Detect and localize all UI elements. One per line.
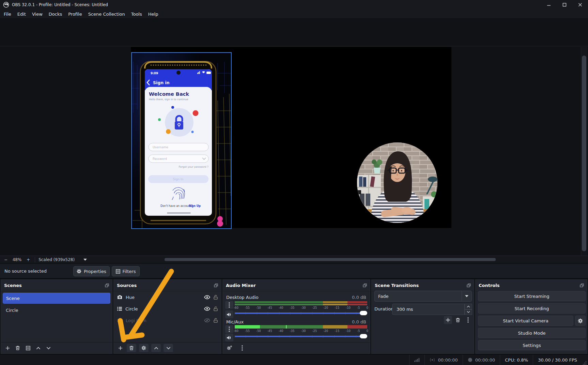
- duration-value: 300 ms: [397, 307, 413, 312]
- dock-popout-icon[interactable]: [580, 284, 584, 287]
- mute-speaker-button[interactable]: [225, 310, 233, 318]
- desktop-audio-volume-slider[interactable]: [235, 311, 367, 316]
- forgot-password-link[interactable]: Forgot your password ?: [179, 165, 208, 168]
- scene-filters-button[interactable]: [24, 344, 32, 352]
- trash-icon: [129, 346, 134, 350]
- list-icon: [117, 307, 122, 311]
- menu-file[interactable]: File: [1, 10, 14, 19]
- camera-icon: [117, 318, 122, 322]
- slider-handle[interactable]: [360, 334, 367, 338]
- dropdown-arrow[interactable]: [462, 291, 471, 301]
- source-row-logi-cam[interactable]: Logi Cam: [114, 315, 221, 326]
- password-placeholder: Password: [153, 157, 167, 161]
- source-name: Logi Cam: [126, 318, 201, 323]
- add-transition-button[interactable]: [444, 316, 452, 324]
- camera-icon: [117, 295, 122, 299]
- menu-help[interactable]: Help: [145, 10, 161, 19]
- dock-popout-icon[interactable]: [214, 284, 218, 287]
- virtual-camera-config-button[interactable]: [575, 316, 586, 326]
- mute-speaker-button[interactable]: [225, 334, 233, 341]
- move-source-up-button[interactable]: [151, 344, 161, 352]
- mic-aux-volume-slider[interactable]: [235, 334, 367, 339]
- advanced-audio-properties-button[interactable]: [226, 344, 233, 352]
- gear-icon: [141, 346, 146, 350]
- add-source-button[interactable]: [117, 344, 124, 352]
- settings-button[interactable]: Settings: [478, 340, 586, 350]
- minimize-button[interactable]: [541, 0, 557, 10]
- transition-select[interactable]: Fade: [374, 291, 472, 302]
- source-row-hue[interactable]: Hue: [114, 291, 221, 303]
- phone-video-source[interactable]: 9:09 Sign in Welcome Back Hello there, s…: [131, 52, 232, 229]
- zoom-in-button[interactable]: +: [25, 257, 32, 262]
- maximize-button[interactable]: [557, 0, 572, 10]
- scene-transitions-panel: Scene Transitions Fade Duration 300 ms: [371, 279, 474, 354]
- close-button[interactable]: [572, 0, 588, 10]
- duration-input[interactable]: 300 ms: [392, 304, 465, 315]
- move-scene-down-button[interactable]: [45, 344, 52, 352]
- dock-popout-icon[interactable]: [363, 284, 367, 287]
- scene-row-label: Scene: [6, 296, 20, 301]
- db-tick-label: -20: [323, 329, 328, 333]
- sign-up-link[interactable]: Sign Up: [189, 204, 201, 208]
- menu-scene-collection[interactable]: Scene Collection: [85, 10, 128, 19]
- zoom-out-button[interactable]: −: [2, 257, 10, 262]
- slider-handle[interactable]: [360, 311, 367, 315]
- add-scene-button[interactable]: [4, 344, 11, 352]
- move-source-down-button[interactable]: [164, 344, 173, 352]
- remove-source-button[interactable]: [127, 344, 136, 352]
- lock-icon[interactable]: [214, 295, 218, 300]
- move-scene-up-button[interactable]: [34, 344, 42, 352]
- duration-increase-button[interactable]: [465, 304, 472, 309]
- db-tick-label: -35: [290, 329, 295, 333]
- zoom-level: 48%: [12, 257, 22, 262]
- menu-edit[interactable]: Edit: [14, 10, 29, 19]
- visibility-eye-icon[interactable]: [204, 295, 210, 299]
- settings-label: Settings: [523, 343, 541, 348]
- menu-profile[interactable]: Profile: [65, 10, 85, 19]
- webcam-circle-source[interactable]: [357, 142, 437, 223]
- transition-selected-value: Fade: [375, 294, 462, 299]
- start-recording-button[interactable]: Start Recording: [478, 303, 586, 314]
- scene-row-scene[interactable]: Scene: [3, 293, 110, 304]
- start-virtual-camera-button[interactable]: Start Virtual Camera: [478, 316, 573, 326]
- menu-tools[interactable]: Tools: [128, 10, 145, 19]
- db-tick-label: -55: [245, 329, 250, 333]
- menu-view[interactable]: View: [29, 10, 46, 19]
- source-row-circle[interactable]: Circle: [114, 303, 221, 315]
- channel-menu-button[interactable]: [225, 301, 233, 309]
- sources-panel-title: Sources: [117, 283, 137, 288]
- minimize-icon: [547, 3, 551, 7]
- resize-grip[interactable]: [583, 361, 587, 365]
- studio-mode-button[interactable]: Studio Mode: [478, 328, 586, 338]
- lock-icon[interactable]: [214, 306, 218, 311]
- dock-popout-icon[interactable]: [467, 284, 471, 287]
- lock-icon[interactable]: [214, 318, 218, 323]
- db-scale: -60-55-50-45-40-35-30-25-20-15-10-50: [234, 306, 368, 309]
- scale-dropdown[interactable]: Scaled (939x528): [38, 257, 75, 262]
- chevron-down-icon: [465, 295, 468, 297]
- duration-decrease-button[interactable]: [465, 309, 472, 315]
- preview-vertical-scrollbar-handle[interactable]: [582, 56, 586, 251]
- divider: [35, 257, 35, 262]
- preview-horizontal-scrollbar-handle[interactable]: [165, 258, 496, 261]
- plus-icon: [446, 318, 450, 322]
- scale-dropdown-arrow-icon[interactable]: [83, 259, 87, 261]
- plus-icon: [118, 346, 123, 350]
- channel-menu-button[interactable]: [225, 325, 233, 333]
- source-properties-button[interactable]: [139, 344, 149, 352]
- scenes-panel: Scenes Scene Circle: [1, 279, 112, 354]
- remove-scene-button[interactable]: [14, 344, 21, 352]
- visibility-eye-off-icon[interactable]: [204, 318, 210, 322]
- visibility-eye-icon[interactable]: [204, 307, 210, 311]
- start-streaming-label: Start Streaming: [514, 294, 549, 299]
- scene-row-circle[interactable]: Circle: [3, 305, 110, 315]
- filters-button[interactable]: Filters: [112, 266, 140, 276]
- properties-button[interactable]: Properties: [73, 266, 110, 276]
- remove-transition-button[interactable]: [454, 316, 462, 324]
- dock-popout-icon[interactable]: [105, 284, 109, 287]
- scenes-panel-title: Scenes: [4, 283, 22, 288]
- transition-menu-button[interactable]: [464, 316, 472, 324]
- mixer-menu-button[interactable]: [238, 344, 246, 352]
- menu-docks[interactable]: Docks: [46, 10, 65, 19]
- start-streaming-button[interactable]: Start Streaming: [478, 291, 586, 301]
